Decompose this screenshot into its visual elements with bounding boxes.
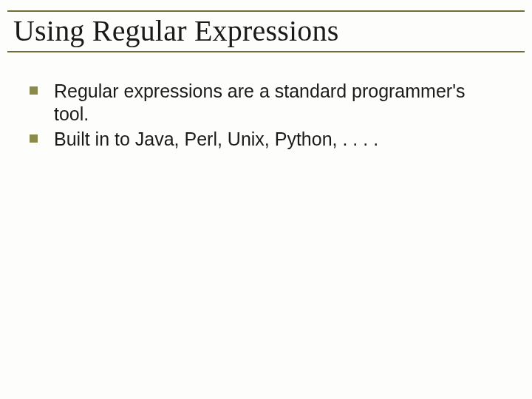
bullet-text: Regular expressions are a standard progr… [54,80,502,126]
bullet-text: Built in to Java, Perl, Unix, Python, . … [54,128,502,151]
slide-body: Regular expressions are a standard progr… [30,80,502,152]
title-rule-top [7,10,525,12]
list-item: Built in to Java, Perl, Unix, Python, . … [30,128,502,151]
slide: Using Regular Expressions Regular expres… [0,0,532,399]
square-bullet-icon [30,134,38,143]
square-bullet-icon [30,86,38,95]
slide-title: Using Regular Expressions [10,13,342,48]
title-rule-bottom [7,51,525,52]
list-item: Regular expressions are a standard progr… [30,80,502,126]
